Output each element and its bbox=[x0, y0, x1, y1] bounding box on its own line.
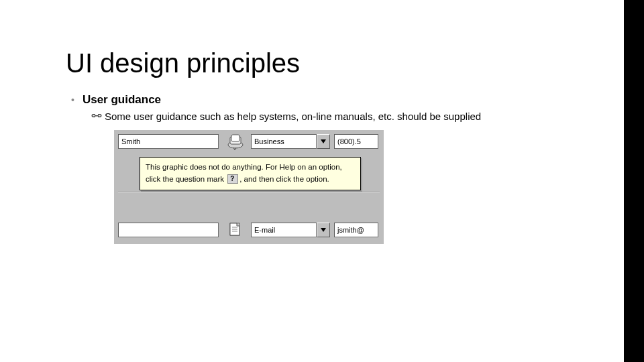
slide-content: UI design principles • User guidance Som… bbox=[66, 48, 604, 122]
name-field[interactable]: Smith bbox=[118, 134, 219, 149]
link-icon bbox=[91, 112, 102, 121]
page-icon[interactable] bbox=[224, 219, 247, 241]
chevron-down-icon bbox=[321, 139, 326, 143]
sub-bullet-text: Some user guidance such as help systems,… bbox=[105, 111, 481, 122]
bullet-label: User guidance bbox=[83, 93, 161, 107]
help-tooltip: This graphic does not do anything. For H… bbox=[140, 157, 361, 190]
example-screenshot: Smith Business (800).5 This graphic does… bbox=[114, 130, 384, 244]
right-black-bar bbox=[624, 0, 644, 362]
chevron-down-icon bbox=[321, 228, 326, 232]
bullet-dot-icon: • bbox=[71, 93, 74, 107]
rolodex-icon[interactable] bbox=[224, 130, 247, 153]
svg-rect-2 bbox=[231, 135, 239, 141]
bullet-item: • User guidance bbox=[71, 93, 604, 107]
question-mark-icon bbox=[227, 174, 238, 184]
slide: UI design principles • User guidance Som… bbox=[0, 0, 644, 362]
type-field[interactable]: Business bbox=[251, 134, 317, 149]
dropdown-button-2[interactable] bbox=[317, 223, 330, 237]
separator-line bbox=[118, 192, 380, 193]
email-field[interactable]: jsmith@ bbox=[334, 223, 378, 237]
email-label-field[interactable]: E-mail bbox=[251, 223, 317, 237]
name-field-2[interactable] bbox=[118, 223, 219, 237]
dropdown-button[interactable] bbox=[317, 134, 330, 149]
figure-bottom-row: E-mail jsmith@ bbox=[118, 223, 380, 240]
figure-top-row: Smith Business (800).5 bbox=[118, 134, 380, 152]
slide-title: UI design principles bbox=[66, 48, 604, 78]
tooltip-text-2: , and then click the option. bbox=[239, 175, 329, 183]
phone-field[interactable]: (800).5 bbox=[334, 134, 378, 149]
sub-bullet: Some user guidance such as help systems,… bbox=[91, 111, 604, 122]
